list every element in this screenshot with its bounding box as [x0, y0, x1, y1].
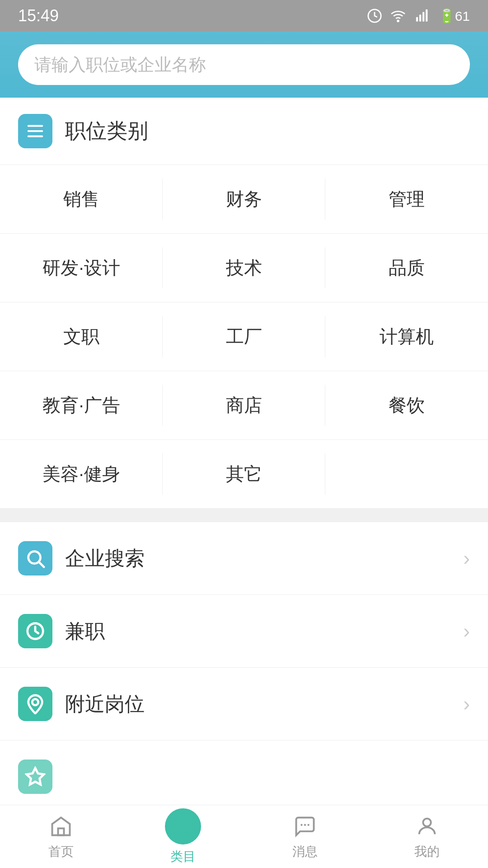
nearby-icon-bg — [18, 687, 52, 721]
star-icon — [25, 766, 46, 787]
enterprise-search-arrow: › — [463, 547, 470, 570]
category-item-education[interactable]: 教育·广告 — [0, 371, 163, 439]
category-item-factory[interactable]: 工厂 — [163, 302, 325, 371]
home-icon — [48, 813, 74, 840]
svg-rect-6 — [28, 125, 43, 127]
list-section: 企业搜索 › 兼职 › 附近岗位 › — [0, 522, 488, 813]
category-row-3: 文职 工厂 计算机 — [0, 302, 488, 371]
svg-rect-14 — [58, 828, 64, 835]
search-input-placeholder: 请输入职位或企业名称 — [34, 53, 206, 76]
svg-rect-17 — [176, 830, 190, 832]
svg-point-18 — [300, 824, 302, 826]
nav-label-home: 首页 — [48, 843, 74, 860]
status-icons: 🔋61 — [367, 8, 470, 24]
list-icon — [25, 121, 46, 142]
nav-item-home[interactable]: 首页 — [0, 805, 122, 868]
list-item-parttime[interactable]: 兼职 › — [0, 595, 488, 668]
category-item-tech[interactable]: 技术 — [163, 234, 325, 302]
svg-marker-13 — [27, 768, 44, 784]
section-separator — [0, 509, 488, 522]
category-item-clerical[interactable]: 文职 — [0, 302, 163, 371]
category-item-food[interactable]: 餐饮 — [325, 371, 488, 439]
nearby-arrow: › — [463, 693, 470, 715]
signal-icon — [414, 8, 431, 24]
category-active-icon — [165, 808, 201, 844]
status-bar: 15:49 🔋61 — [0, 0, 488, 32]
category-item-beauty[interactable]: 美容·健身 — [0, 440, 163, 508]
nav-label-message: 消息 — [292, 843, 318, 860]
category-item-management[interactable]: 管理 — [325, 165, 488, 233]
svg-rect-2 — [416, 17, 418, 22]
search-icon — [25, 548, 46, 569]
nearby-label: 附近岗位 — [65, 691, 463, 717]
search-box[interactable]: 请输入职位或企业名称 — [18, 44, 470, 85]
parttime-label: 兼职 — [65, 618, 463, 645]
category-item-rd[interactable]: 研发·设计 — [0, 234, 163, 302]
category-grid: 销售 财务 管理 研发·设计 技术 品质 文职 工厂 计算机 — [0, 165, 488, 509]
category-item-computer[interactable]: 计算机 — [325, 302, 488, 371]
location-icon — [25, 693, 46, 714]
battery-indicator: 🔋61 — [438, 8, 470, 24]
svg-point-19 — [304, 824, 306, 826]
category-row-2: 研发·设计 技术 品质 — [0, 234, 488, 302]
nav-item-category[interactable]: 类目 — [122, 805, 244, 868]
svg-point-20 — [307, 824, 309, 826]
category-item-other[interactable]: 其它 — [163, 440, 325, 508]
search-header: 请输入职位或企业名称 — [0, 32, 488, 98]
nav-item-message[interactable]: 消息 — [244, 805, 366, 868]
svg-rect-16 — [176, 826, 190, 828]
category-section-icon — [18, 114, 52, 148]
svg-rect-5 — [426, 9, 427, 22]
svg-rect-3 — [419, 14, 421, 22]
profile-icon — [414, 813, 440, 840]
category-item-quality[interactable]: 品质 — [325, 234, 488, 302]
svg-point-12 — [32, 699, 38, 705]
nav-label-category: 类目 — [170, 848, 196, 865]
category-item-finance[interactable]: 财务 — [163, 165, 325, 233]
bottom-navigation: 首页 类目 消息 — [0, 805, 488, 868]
category-item-shop[interactable]: 商店 — [163, 371, 325, 439]
list-item-nearby[interactable]: 附近岗位 › — [0, 668, 488, 741]
list-item-partial[interactable] — [0, 741, 488, 813]
partial-icon-bg — [18, 760, 52, 794]
list-item-enterprise[interactable]: 企业搜索 › — [0, 522, 488, 595]
category-section-header: 职位类别 — [0, 98, 488, 165]
category-row-1: 销售 财务 管理 — [0, 165, 488, 234]
wifi-icon — [389, 8, 407, 24]
status-time: 15:49 — [18, 6, 59, 25]
svg-point-21 — [423, 818, 431, 826]
nav-label-profile: 我的 — [414, 843, 440, 860]
parttime-arrow: › — [463, 620, 470, 642]
svg-line-10 — [39, 562, 44, 567]
clock-icon — [367, 8, 382, 24]
svg-rect-7 — [28, 130, 43, 132]
nav-item-profile[interactable]: 我的 — [366, 805, 488, 868]
enterprise-search-icon-bg — [18, 541, 52, 576]
category-item-sales[interactable]: 销售 — [0, 165, 163, 233]
message-icon — [292, 813, 318, 840]
clock-icon — [25, 621, 46, 642]
svg-point-1 — [397, 20, 399, 22]
category-section-title: 职位类别 — [65, 117, 148, 145]
parttime-icon-bg — [18, 614, 52, 648]
menu-icon — [173, 816, 193, 837]
category-row-4: 教育·广告 商店 餐饮 — [0, 371, 488, 440]
svg-rect-8 — [28, 136, 43, 137]
svg-rect-4 — [422, 12, 424, 22]
svg-rect-15 — [176, 821, 190, 823]
category-row-5: 美容·健身 其它 — [0, 440, 488, 509]
enterprise-search-label: 企业搜索 — [65, 545, 463, 572]
